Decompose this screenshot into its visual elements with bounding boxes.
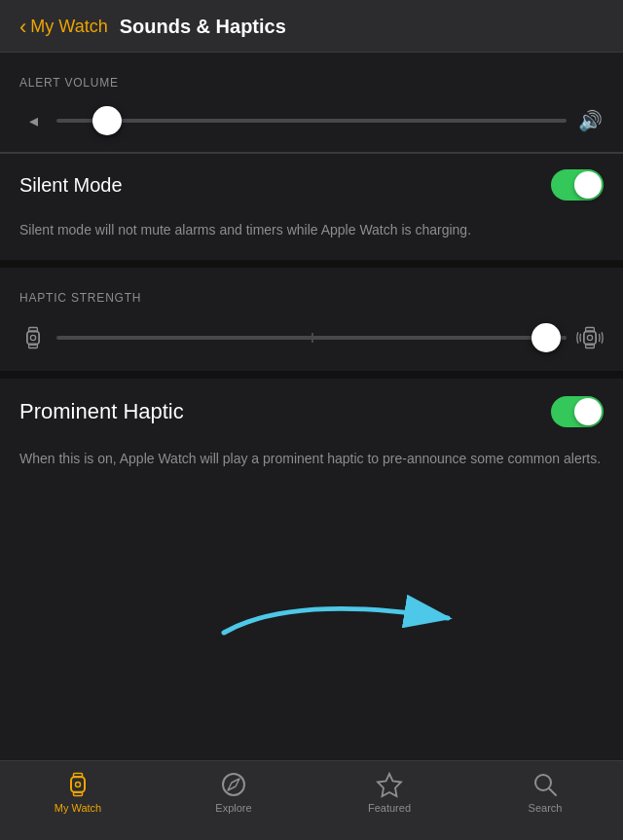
tab-my-watch-label: My Watch [55,802,102,814]
silent-mode-knob [574,171,602,199]
tab-my-watch[interactable]: My Watch [39,771,117,814]
haptic-slider-row [0,314,623,371]
svg-point-12 [76,783,81,787]
alert-volume-label: ALERT VOLUME [19,76,604,90]
haptic-strength-thumb[interactable] [531,323,561,352]
alert-volume-track[interactable] [56,119,567,123]
svg-rect-0 [27,331,39,345]
content-area: ALERT VOLUME ◂ 🔊 Silent Mode Silent mode… [0,53,623,740]
haptic-low-icon [19,324,47,351]
volume-low-icon: ◂ [19,110,47,131]
svg-rect-11 [74,792,83,796]
header: ‹ My Watch Sounds & Haptics [0,0,623,53]
haptic-strength-track[interactable] [56,336,567,340]
svg-point-13 [223,774,244,795]
prominent-haptic-knob [574,398,602,425]
my-watch-tab-icon [64,771,92,798]
svg-point-7 [587,335,592,340]
alert-volume-slider-row: ◂ 🔊 [19,99,604,152]
featured-tab-icon [376,771,403,798]
svg-marker-14 [378,774,401,796]
tab-explore-label: Explore [215,802,251,814]
prominent-haptic-section: Prominent Haptic When this is on, Apple … [0,379,623,489]
svg-rect-9 [71,777,85,792]
back-label: My Watch [30,17,107,37]
tab-explore[interactable]: Explore [195,771,273,814]
prominent-haptic-row: Prominent Haptic [0,379,623,445]
back-button[interactable]: ‹ My Watch [19,17,108,38]
volume-high-icon: 🔊 [576,109,604,132]
svg-rect-6 [586,344,595,347]
svg-rect-4 [584,331,596,345]
section-divider [0,260,623,268]
page-title: Sounds & Haptics [120,16,286,38]
haptic-high-icon [576,324,604,351]
silent-mode-description: Silent mode will not mute alarms and tim… [0,216,623,260]
tab-featured[interactable]: Featured [350,771,428,814]
arrow-annotation [195,574,506,662]
silent-mode-toggle[interactable] [551,169,604,201]
haptic-strength-label: HAPTIC STRENGTH [19,291,604,305]
tab-featured-label: Featured [368,802,411,814]
svg-line-16 [550,789,557,796]
alert-volume-section: ALERT VOLUME ◂ 🔊 [0,53,623,152]
haptic-tick-center [312,333,313,343]
svg-rect-10 [74,774,83,778]
haptic-strength-section: HAPTIC STRENGTH [0,268,623,305]
tab-search-label: Search [529,802,563,814]
prominent-haptic-toggle[interactable] [551,396,604,427]
svg-point-3 [30,335,35,340]
search-tab-icon [531,771,559,798]
alert-volume-thumb[interactable] [92,106,122,135]
svg-rect-5 [586,328,595,332]
chevron-left-icon: ‹ [19,17,26,38]
section-divider-2 [0,371,623,379]
tab-bar: My Watch Explore Featured Search [0,760,623,840]
tab-search[interactable]: Search [506,771,584,814]
explore-tab-icon [220,771,247,798]
silent-mode-label: Silent Mode [19,174,123,197]
svg-point-15 [535,775,551,790]
prominent-haptic-label: Prominent Haptic [19,399,184,424]
svg-rect-2 [29,344,38,347]
silent-mode-row: Silent Mode [0,153,623,216]
svg-rect-1 [29,328,38,332]
prominent-haptic-description: When this is on, Apple Watch will play a… [0,445,623,489]
